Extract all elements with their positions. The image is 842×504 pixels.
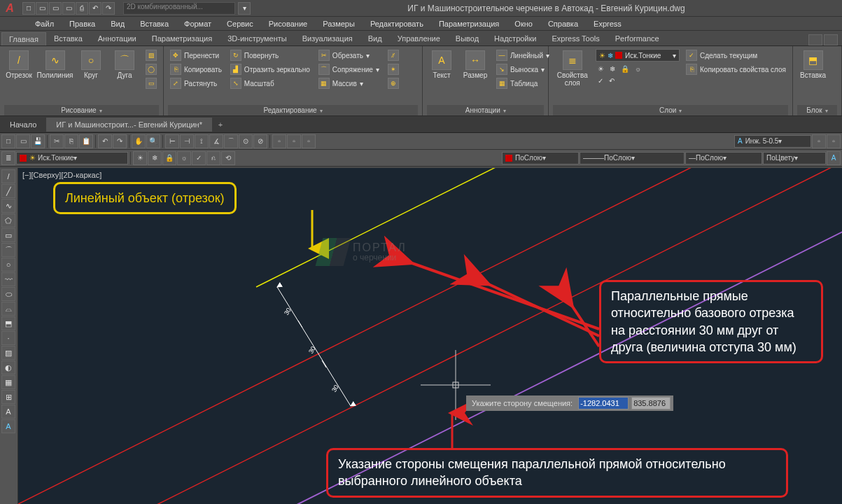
draw-extra-3[interactable]: ▭ — [143, 77, 159, 90]
tb-open-icon[interactable]: ▭ — [16, 134, 30, 148]
layer-lock-icon[interactable]: 🔒 — [619, 64, 631, 74]
stretch-button[interactable]: ⤢Растянуть — [168, 77, 224, 90]
ribbon-tab-express[interactable]: Express Tools — [544, 31, 607, 46]
ribbon-tab-performance[interactable]: Performance — [608, 31, 667, 46]
rotate-button[interactable]: ↻Повернуть — [228, 49, 312, 62]
lt-spline-icon[interactable]: 〰 — [1, 272, 15, 286]
ribbon-tab-manage[interactable]: Управление — [390, 31, 448, 46]
tb-dim6-icon[interactable]: ⊙ — [239, 134, 253, 148]
tb-end2-icon[interactable]: ▫ — [827, 134, 841, 148]
tb-dim5-icon[interactable]: ⌒ — [224, 134, 238, 148]
lt-ellipse-icon[interactable]: ⬭ — [1, 287, 15, 301]
copy-button[interactable]: ⎘Копировать — [168, 63, 224, 76]
tb-paste-icon[interactable]: 📋 — [79, 134, 93, 148]
insert-block-button[interactable]: ⬒Вставка — [797, 49, 829, 105]
lt-pline-icon[interactable]: ∿ — [1, 199, 15, 213]
draw-extra-2[interactable]: ◯ — [143, 63, 159, 76]
make-current-button[interactable]: ✓Сделать текущим — [684, 49, 788, 62]
dimstyle-combo[interactable]: AИнж. 5-0.5 ▾ — [734, 135, 811, 148]
menu-dimension[interactable]: Размеры — [316, 18, 362, 29]
copy-layer-props-button[interactable]: ⎘Копировать свойства слоя — [684, 63, 788, 76]
panel-draw-title[interactable]: Рисование — [4, 105, 159, 115]
leader-button[interactable]: ↘Выноска ▾ — [494, 63, 552, 76]
modify-ex1[interactable]: ⫽ — [386, 49, 401, 62]
lt-gradient-icon[interactable]: ◐ — [1, 360, 15, 374]
lt-arc-icon[interactable]: ⌒ — [1, 243, 15, 257]
linetype-combo[interactable]: ——— ПоСлою ▾ — [580, 152, 685, 164]
qat-save-icon[interactable]: ▭ — [49, 2, 62, 15]
tb-misc2-icon[interactable]: ▫ — [287, 134, 301, 148]
lt-hatch-icon[interactable]: ▨ — [1, 346, 15, 360]
qat-redo-icon[interactable]: ↷ — [102, 2, 115, 15]
menu-draw[interactable]: Рисование — [262, 18, 314, 29]
tb2-textstyle-icon[interactable]: A — [827, 151, 841, 165]
tb2-i2-icon[interactable]: ❄ — [148, 151, 162, 165]
lineweight-combo[interactable]: — ПоСлою ▾ — [685, 152, 762, 164]
menu-help[interactable]: Справка — [541, 18, 585, 29]
ribbon-tab-visualize[interactable]: Визуализация — [295, 31, 360, 46]
tb-zoom-icon[interactable]: 🔍 — [146, 134, 160, 148]
text-button[interactable]: AТекст — [427, 49, 456, 105]
menu-express[interactable]: Express — [587, 18, 629, 29]
qat-undo-icon[interactable]: ↶ — [89, 2, 101, 15]
tb-cut-icon[interactable]: ✂ — [50, 134, 64, 148]
modify-ex2[interactable]: ✶ — [386, 63, 401, 76]
ribbon-tab-3dtools[interactable]: 3D-инструменты — [220, 31, 295, 46]
trim-button[interactable]: ✂Обрезать ▾ — [316, 49, 381, 62]
layer-off-icon[interactable]: ☼ — [633, 64, 643, 74]
doc-tab-start[interactable]: Начало — [0, 118, 46, 132]
tb-redo-icon[interactable]: ↷ — [113, 134, 127, 148]
qat-plot-icon[interactable]: ⎙ — [76, 2, 88, 15]
color-combo[interactable]: ПоСлою ▾ — [502, 152, 579, 164]
menu-parametric[interactable]: Параметризация — [432, 18, 506, 29]
linear-dim-button[interactable]: —Линейный ▾ — [494, 49, 552, 62]
tb2-i4-icon[interactable]: ☼ — [177, 151, 191, 165]
qat-dropdown-icon[interactable]: ▾ — [238, 2, 251, 15]
tb-pan-icon[interactable]: ✋ — [132, 134, 146, 148]
menu-view[interactable]: Вид — [104, 18, 132, 29]
tb-undo-icon[interactable]: ↶ — [98, 134, 112, 148]
prompt-x-input[interactable] — [578, 397, 629, 410]
tb-misc1-icon[interactable]: ▫ — [272, 134, 286, 148]
tb-dim4-icon[interactable]: ∡ — [209, 134, 223, 148]
menu-format[interactable]: Формат — [177, 18, 218, 29]
panel-block-title[interactable]: Блок — [797, 105, 837, 115]
polyline-button[interactable]: ∿Полилиния — [38, 49, 72, 105]
menu-edit[interactable]: Правка — [62, 18, 102, 29]
tb-new-icon[interactable]: □ — [1, 134, 15, 148]
menu-tools[interactable]: Сервис — [220, 18, 260, 29]
tb2-layer-combo[interactable]: ☀Иск.Тонкие ▾ — [16, 152, 128, 164]
tb2-layer-icon[interactable]: ≣ — [1, 151, 15, 165]
app-logo[interactable]: A — [0, 0, 20, 17]
layer-match-icon[interactable]: ✓ — [596, 76, 605, 85]
scale-button[interactable]: ⤡Масштаб — [228, 77, 312, 90]
panel-layers-title[interactable]: Слои — [553, 105, 788, 115]
table-button[interactable]: ▦Таблица — [494, 77, 552, 90]
lt-circle-icon[interactable]: ○ — [1, 258, 15, 272]
doc-tab-active[interactable]: ИГ и Машиностроит...- Евгений Курицин* — [46, 118, 212, 132]
layer-iso-icon[interactable]: ☀ — [596, 64, 606, 74]
array-button[interactable]: ▦Массив ▾ — [316, 77, 381, 90]
menu-window[interactable]: Окно — [507, 18, 540, 29]
lt-rect-icon[interactable]: ▭ — [1, 228, 15, 242]
ribbon-help-icon[interactable] — [824, 34, 838, 46]
layer-props-button[interactable]: ≣Свойства слоя — [553, 49, 591, 105]
tb-dim2-icon[interactable]: ⊣ — [180, 134, 194, 148]
lt-text-icon[interactable]: A — [1, 419, 15, 433]
qat-new-icon[interactable]: □ — [22, 2, 35, 15]
lt-table-icon[interactable]: ⊞ — [1, 390, 15, 404]
prompt-y-input[interactable] — [631, 397, 671, 410]
tb-dim3-icon[interactable]: ⟟ — [195, 134, 209, 148]
ribbon-tab-home[interactable]: Главная — [1, 32, 46, 46]
layer-prev-icon[interactable]: ↶ — [607, 76, 617, 85]
ribbon-tab-view[interactable]: Вид — [360, 31, 390, 46]
tb-dim7-icon[interactable]: ⊘ — [253, 134, 267, 148]
line-button[interactable]: /Отрезок — [4, 49, 34, 105]
panel-modify-title[interactable]: Редактирование — [168, 105, 418, 115]
lt-xline-icon[interactable]: ╱ — [1, 184, 15, 198]
drawing-canvas[interactable]: [−][Сверху][2D-каркас] — [18, 168, 842, 504]
draw-extra-1[interactable]: ▨ — [143, 49, 159, 62]
ribbon-tab-parametric[interactable]: Параметризация — [144, 31, 220, 46]
menu-modify[interactable]: Редактировать — [363, 18, 430, 29]
layer-freeze-icon[interactable]: ❄ — [608, 64, 617, 74]
